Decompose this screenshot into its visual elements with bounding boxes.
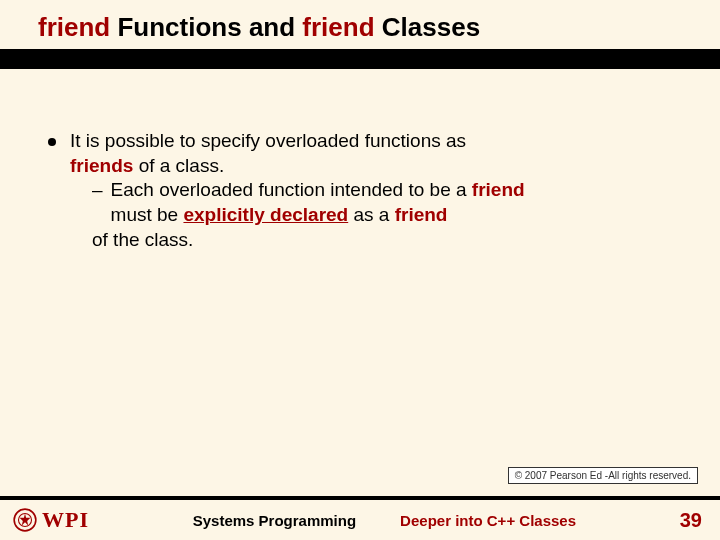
title-text-1: Functions and [110,12,302,42]
body-text: of the class. [92,229,193,250]
title-keyword-2: friend [302,12,374,42]
title-keyword-1: friend [38,12,110,42]
explicit-keyword: explicitly declared [183,204,348,225]
slide-title: friend Functions and friend Classes [0,0,720,49]
title-divider [0,49,720,69]
title-text-2: Classes [375,12,481,42]
footer-topic: Deeper into C++ Classes [400,512,576,529]
seal-icon [12,507,38,533]
body-text: It is possible to specify overloaded fun… [70,130,466,151]
sub-bullet-continued: of the class. [70,228,525,253]
slide-footer: WPI Systems Programming Deeper into C++ … [0,496,720,540]
bullet-item: It is possible to specify overloaded fun… [48,129,690,252]
friends-keyword: friends [70,155,133,176]
sub-bullet: – Each overloaded function intended to b… [70,178,525,227]
dash-icon: – [92,178,103,227]
bullet-text: It is possible to specify overloaded fun… [70,129,525,252]
friend-keyword: friend [395,204,448,225]
slide-body: It is possible to specify overloaded fun… [0,69,720,252]
copyright-notice: © 2007 Pearson Ed -All rights reserved. [508,467,698,484]
logo-text: WPI [42,507,89,533]
body-text: as a [348,204,394,225]
body-text: Each overloaded function intended to be … [111,179,472,200]
body-text: of a class. [133,155,224,176]
footer-course: Systems Programming [193,512,356,529]
footer-center: Systems Programming Deeper into C++ Clas… [89,512,680,529]
bullet-icon [48,138,56,146]
body-text: must be [111,204,184,225]
page-number: 39 [680,509,702,532]
wpi-logo: WPI [12,507,89,533]
friend-keyword: friend [472,179,525,200]
sub-bullet-text: Each overloaded function intended to be … [111,178,525,227]
